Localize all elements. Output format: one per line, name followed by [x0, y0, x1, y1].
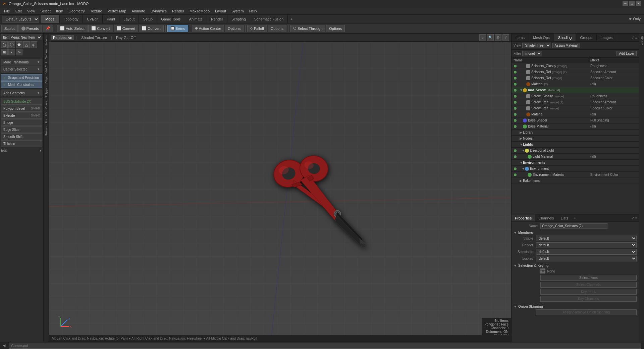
tree-row[interactable]: Screw_Glossy [Image] Roughness	[512, 93, 639, 99]
vis-icon[interactable]	[513, 70, 518, 74]
tree-row[interactable]: Material (all)	[512, 111, 639, 117]
sphere-btn[interactable]	[8, 41, 15, 48]
tab-add[interactable]: +	[288, 17, 295, 21]
menu-maxtomodo[interactable]: MaxToModo	[187, 8, 212, 14]
tab-schematic[interactable]: Schematic Fusion	[250, 15, 288, 23]
vis-icon[interactable]	[513, 166, 518, 171]
smooth-shift-btn[interactable]: Smooth Shift	[1, 133, 42, 140]
menu-select[interactable]: Select	[38, 8, 53, 14]
options3-btn[interactable]: Options	[326, 25, 345, 32]
minimize-btn[interactable]: ─	[623, 1, 628, 6]
menu-item[interactable]: Item	[53, 8, 66, 14]
tree-row[interactable]: ▼ Directional Light	[512, 148, 639, 154]
ppanel-tab-properties[interactable]: Properties	[512, 214, 535, 221]
tree-row[interactable]: Scissors_Ref [Image] (2) Specular Amount	[512, 69, 639, 75]
points-btn[interactable]: •	[8, 49, 15, 55]
cone-btn[interactable]: △	[23, 41, 30, 48]
vp-tab-shaded[interactable]: Shaded Texture	[79, 35, 109, 40]
expand-arrow[interactable]: ▼	[520, 88, 523, 92]
new-item-cube-btn[interactable]	[1, 41, 8, 48]
edit-dropdown-icon[interactable]: ▼	[39, 149, 42, 152]
convert3-btn[interactable]: ⬜ Convert	[139, 25, 164, 32]
sculpt-btn[interactable]: Sculpt	[1, 25, 18, 32]
menu-edit[interactable]: Edit	[13, 8, 24, 14]
tree-row[interactable]: Screw_Ref [Image] Specular Color	[512, 105, 639, 111]
tree-row[interactable]: ▼ Environment	[512, 166, 639, 172]
vis-icon[interactable]	[513, 172, 518, 177]
tree-row[interactable]: Base Material (all)	[512, 123, 639, 130]
vp-tool-home[interactable]: ⌂	[479, 34, 486, 41]
tree-row[interactable]: ▼ Lights	[512, 142, 639, 148]
vis-icon[interactable]	[513, 94, 518, 99]
view-dropdown[interactable]: Shader Tree	[522, 43, 551, 48]
close-btn[interactable]: ✕	[636, 1, 641, 6]
key-items-btn[interactable]: Key Items	[540, 289, 637, 295]
menu-layout[interactable]: Layout	[212, 8, 229, 14]
vis-icon[interactable]	[513, 88, 518, 93]
menu-help[interactable]: Help	[247, 8, 260, 14]
vis-icon[interactable]	[513, 76, 518, 81]
render-dropdown[interactable]: default	[536, 242, 637, 248]
edge-tab-deform[interactable]: Deform	[44, 48, 49, 61]
vis-icon[interactable]	[513, 82, 518, 87]
tree-row[interactable]: Environment Material Environment Color	[512, 172, 639, 178]
onion-skinning-header[interactable]: ▼ Onion Skinning	[514, 304, 637, 309]
action-center-btn[interactable]: ⊕ Action Center	[192, 25, 224, 32]
thicken-btn[interactable]: Thicken	[1, 140, 42, 147]
star-only[interactable]: ★ Only	[625, 17, 644, 21]
titlebar-controls[interactable]: ─ □ ✕	[623, 1, 641, 6]
tree-row[interactable]: Screw_Ref [Image] (2) Specular Amount	[512, 99, 639, 105]
cmd-arrow-left[interactable]: ◀	[3, 343, 5, 348]
layout-dropdown[interactable]: Default Layouts	[2, 16, 39, 22]
grid-btn[interactable]: ⊞	[1, 49, 8, 55]
tree-row[interactable]: ▶ Library	[512, 130, 639, 136]
select-channels-btn[interactable]: Select Channels	[540, 282, 637, 288]
pin-btn[interactable]: 📌	[43, 25, 53, 32]
command-input[interactable]	[9, 343, 641, 349]
tree-row[interactable]: Scissors_Glossy [Image] Roughness	[512, 63, 639, 69]
tree-row[interactable]: ▶ Nodes	[512, 136, 639, 142]
menu-vertexmap[interactable]: Vertex Map	[105, 8, 129, 14]
mesh-constraints-btn[interactable]: ✓ Mesh Constraints	[1, 81, 42, 88]
edge-tab-uniform[interactable]: Uniform	[44, 34, 49, 48]
add-geometry-btn[interactable]: Add Geometry ▼	[1, 90, 42, 96]
tab-render[interactable]: Render	[207, 15, 227, 23]
polygon-bevel-btn[interactable]: Polygon Bevel Shift-B	[1, 105, 42, 112]
extrude-btn[interactable]: Extrude Shift-X	[1, 112, 42, 119]
select-through-btn[interactable]: ⬡ Select Through	[290, 25, 325, 32]
options2-btn[interactable]: Options	[268, 25, 286, 32]
tab-scripting[interactable]: Scripting	[227, 15, 250, 23]
tree-row[interactable]: Scissors_Ref [Image] Specular Color	[512, 75, 639, 81]
locked-dropdown[interactable]: default	[536, 256, 637, 261]
ppanel-menu-icon[interactable]: ≡	[635, 216, 637, 220]
edge-tab-groups[interactable]: Groups	[639, 34, 644, 47]
ppanel-tab-channels[interactable]: Channels	[535, 214, 557, 221]
menu-texture[interactable]: Texture	[88, 8, 105, 14]
vp-tool-expand[interactable]: ⤢	[502, 34, 509, 41]
torus-btn[interactable]: ◎	[31, 41, 37, 48]
assign-remove-onion-btn[interactable]: Assign/Remove Onion Skinning	[536, 309, 637, 315]
edge-tab-uv[interactable]: UV	[44, 110, 49, 117]
convert1-btn[interactable]: ⬜ Convert	[88, 25, 113, 32]
vis-icon[interactable]	[513, 106, 518, 111]
items-btn[interactable]: 🔲 Items	[167, 25, 188, 32]
tree-row[interactable]: Light Material (all)	[512, 154, 639, 160]
rpanel-tab-shading[interactable]: Shading	[554, 34, 576, 41]
sds-subdivide-btn[interactable]: SDS Subdivide 2X	[1, 98, 42, 105]
vis-icon[interactable]	[513, 118, 518, 123]
ppanel-tab-lists[interactable]: Lists	[557, 214, 572, 221]
bridge-btn[interactable]: Bridge	[1, 119, 42, 126]
convert2-btn[interactable]: ⬜ Convert	[114, 25, 139, 32]
assign-material-btn[interactable]: Assign Material	[552, 43, 580, 48]
visible-dropdown[interactable]: default	[536, 236, 637, 241]
add-layer-btn[interactable]: Add Layer	[616, 51, 637, 56]
menu-dynamics[interactable]: Dynamics	[148, 8, 169, 14]
members-section-header[interactable]: ▼ Members	[514, 230, 637, 236]
presets-btn[interactable]: Presets	[18, 25, 42, 32]
tab-gametools[interactable]: Game Tools	[157, 15, 185, 23]
rpanel-tab-groups[interactable]: Groups	[576, 34, 596, 41]
tab-uvedit[interactable]: UVEdit	[83, 15, 103, 23]
tree-row[interactable]: Base Shader Full Shading	[512, 117, 639, 123]
ppanel-tab-plus[interactable]: +	[572, 216, 578, 220]
menu-animate[interactable]: Animate	[129, 8, 148, 14]
